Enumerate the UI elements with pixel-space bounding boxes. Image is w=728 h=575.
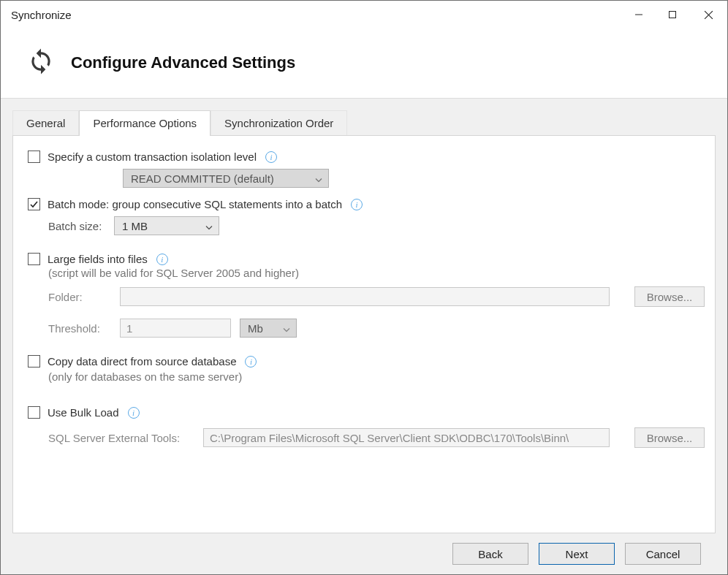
folder-input <box>120 287 610 306</box>
copy-direct-label: Copy data direct from source database <box>48 355 236 368</box>
batch-size-select[interactable]: 1 MB <box>114 216 219 235</box>
page-title: Configure Advanced Settings <box>71 53 295 72</box>
maximize-icon <box>668 10 677 19</box>
tab-general[interactable]: General <box>12 110 79 136</box>
large-fields-checkbox[interactable] <box>28 253 40 265</box>
bulk-load-label: Use Bulk Load <box>48 406 119 419</box>
titlebar: Synchronize <box>1 1 727 28</box>
page-header: Configure Advanced Settings <box>1 28 727 98</box>
svg-rect-1 <box>670 12 676 18</box>
maximize-button[interactable] <box>656 3 689 26</box>
batch-size-label: Batch size: <box>48 220 114 232</box>
chevron-down-icon <box>283 322 290 335</box>
isolation-level-value: READ COMMITTED (default) <box>131 172 274 185</box>
isolation-level-select: READ COMMITTED (default) <box>123 169 329 188</box>
wizard-footer: Back Next Cancel <box>12 533 716 574</box>
info-icon[interactable]: i <box>128 407 140 419</box>
workarea: General Performance Options Synchronizat… <box>1 98 727 574</box>
ext-tools-label: SQL Server External Tools: <box>48 432 194 444</box>
next-button[interactable]: Next <box>539 543 615 565</box>
batch-mode-label: Batch mode: group consecutive SQL statem… <box>48 198 342 210</box>
copy-direct-checkbox[interactable] <box>28 355 40 368</box>
minimize-icon <box>634 10 643 19</box>
chevron-down-icon <box>205 220 213 232</box>
sync-icon <box>27 47 55 77</box>
info-icon[interactable]: i <box>265 151 277 163</box>
isolation-label: Specify a custom transaction isolation l… <box>48 151 257 163</box>
isolation-checkbox[interactable] <box>28 151 40 163</box>
bulk-load-checkbox[interactable] <box>28 406 40 419</box>
ext-tools-input <box>203 428 610 447</box>
folder-label: Folder: <box>48 291 111 303</box>
info-icon[interactable]: i <box>156 254 168 265</box>
large-fields-label: Large fields into files <box>48 253 148 265</box>
tab-strip: General Performance Options Synchronizat… <box>12 106 716 135</box>
minimize-button[interactable] <box>622 3 656 26</box>
large-fields-hint: (script will be valid for SQL Server 200… <box>48 267 299 279</box>
tab-performance-options[interactable]: Performance Options <box>79 110 211 136</box>
close-icon <box>704 10 713 20</box>
batch-size-value: 1 MB <box>122 220 148 232</box>
tab-synchronization-order[interactable]: Synchronization Order <box>211 110 347 136</box>
back-button[interactable]: Back <box>452 543 528 565</box>
ext-tools-browse-button: Browse... <box>634 427 705 448</box>
threshold-unit-value: Mb <box>248 322 263 335</box>
cancel-button[interactable]: Cancel <box>625 543 701 565</box>
info-icon[interactable]: i <box>351 199 363 210</box>
threshold-label: Threshold: <box>48 322 111 335</box>
folder-browse-button: Browse... <box>634 286 705 307</box>
threshold-input <box>120 319 231 338</box>
chevron-down-icon <box>315 172 322 185</box>
synchronize-wizard-window: Synchronize Configure Advanced Settings … <box>0 0 728 575</box>
copy-direct-hint: (only for databases on the same server) <box>48 370 242 383</box>
batch-mode-checkbox[interactable] <box>28 198 40 210</box>
info-icon[interactable]: i <box>245 356 257 368</box>
window-title: Synchronize <box>11 9 72 21</box>
close-button[interactable] <box>689 3 727 26</box>
performance-options-panel: Specify a custom transaction isolation l… <box>12 135 716 533</box>
threshold-unit-select: Mb <box>240 319 297 338</box>
